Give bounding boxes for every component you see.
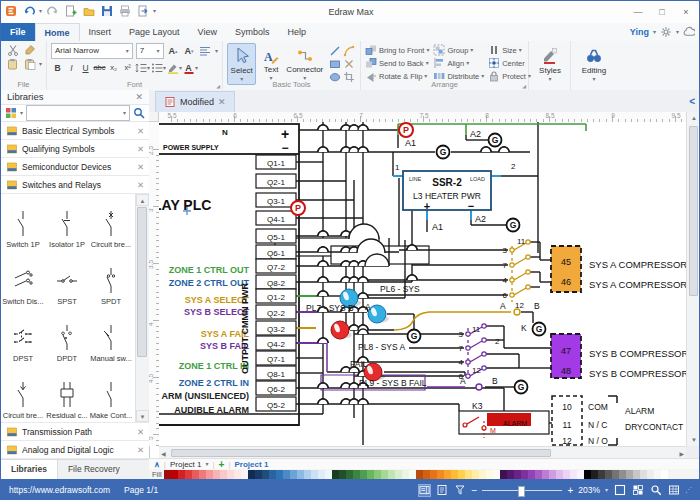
fill-swatch[interactable] [276, 470, 283, 479]
fill-swatch[interactable] [374, 470, 381, 479]
library-close-icon[interactable]: ✕ [137, 162, 144, 172]
zoom-level[interactable]: 203% [578, 485, 600, 495]
fill-swatch[interactable] [346, 470, 353, 479]
library-scrollbar[interactable]: ▲ ▼ [135, 194, 149, 422]
fill-swatch[interactable] [556, 470, 563, 479]
user-menu[interactable]: Ying [630, 27, 649, 37]
font-color-button[interactable]: A▾ [183, 61, 198, 74]
export-button[interactable] [135, 3, 150, 18]
cloud-icon[interactable] [683, 26, 695, 38]
paragraph-align-button[interactable] [199, 44, 212, 58]
fill-swatch[interactable] [290, 470, 297, 479]
fill-swatch[interactable] [528, 470, 535, 479]
fill-swatch[interactable] [325, 470, 332, 479]
fill-swatch[interactable] [241, 470, 248, 479]
save-button[interactable] [99, 3, 114, 18]
library-symbol-residual-c-[interactable]: Residual c... [45, 365, 89, 422]
fill-swatch[interactable] [444, 470, 451, 479]
italic-button[interactable]: I [65, 61, 78, 74]
ribbon-tab-view[interactable]: View [189, 23, 226, 41]
underline-button[interactable]: U [79, 61, 92, 74]
ribbon-tab-help[interactable]: Help [278, 23, 315, 41]
select-tool-button[interactable]: Select▾ [227, 43, 256, 85]
fill-swatch[interactable] [206, 470, 213, 479]
fill-swatch[interactable] [269, 470, 276, 479]
fill-swatch[interactable] [409, 470, 416, 479]
fill-swatch[interactable] [430, 470, 437, 479]
fill-swatch[interactable] [164, 470, 171, 479]
horizontal-scrollbar[interactable]: ◀ ▶ [159, 446, 686, 458]
cut-button[interactable] [5, 43, 20, 57]
connector-tool-button[interactable]: Connector▾ [286, 43, 324, 85]
subscript-button[interactable]: x₂ [107, 61, 120, 74]
fill-swatch[interactable] [633, 470, 640, 479]
edraw-logo[interactable] [3, 3, 18, 18]
fill-swatch[interactable] [283, 470, 290, 479]
zoom-out-button[interactable]: − [472, 485, 478, 496]
fill-swatch[interactable] [570, 470, 577, 479]
fill-swatch[interactable] [255, 470, 262, 479]
fill-swatch[interactable] [304, 470, 311, 479]
library-symbol-circuit-bre-[interactable]: Circuit bre... [89, 194, 133, 251]
fill-swatch[interactable] [584, 470, 591, 479]
zoom-slider[interactable] [482, 490, 562, 491]
grid-view-icon[interactable] [667, 484, 680, 497]
fill-swatch[interactable] [514, 470, 521, 479]
fill-swatch[interactable] [395, 470, 402, 479]
library-symbol-make-cont-[interactable]: Make Cont... [89, 365, 133, 422]
fill-swatch[interactable] [423, 470, 430, 479]
library-close-icon[interactable]: ✕ [137, 144, 144, 154]
fill-swatch[interactable] [416, 470, 423, 479]
paste-button[interactable] [5, 57, 20, 71]
strikethrough-button[interactable]: abc [93, 61, 106, 74]
scroll-up-icon[interactable]: ▲ [136, 194, 149, 206]
fill-swatch[interactable] [535, 470, 542, 479]
library-symbol-spdt[interactable]: SPDT [89, 251, 133, 308]
fill-swatch[interactable] [248, 470, 255, 479]
fill-swatch[interactable] [360, 470, 367, 479]
fill-swatch[interactable] [472, 470, 479, 479]
fill-swatch[interactable] [493, 470, 500, 479]
library-search-input[interactable]: ▾ [26, 105, 130, 121]
fit-page-icon[interactable] [613, 484, 626, 497]
panel-tab-file-recovery[interactable]: File Recovery [58, 460, 130, 479]
text-tool-button[interactable]: A Text▾ [256, 43, 285, 85]
fill-swatch[interactable] [185, 470, 192, 479]
font-size-select[interactable]: 7▾ [136, 43, 164, 59]
line-spacing-button[interactable]: ▾ [135, 61, 150, 74]
fill-swatch[interactable] [381, 470, 388, 479]
arc-shape-button[interactable] [342, 45, 356, 58]
fill-swatch[interactable] [353, 470, 360, 479]
scroll-left-icon[interactable]: ◀ [161, 450, 166, 457]
fill-swatch[interactable] [577, 470, 584, 479]
font-name-select[interactable]: Arial Narrow▾ [51, 43, 133, 59]
library-symbol-switch-dis-[interactable]: Switch Dis... [1, 251, 45, 308]
collapse-right-panel-icon[interactable]: < [689, 96, 695, 107]
print-button[interactable] [117, 3, 132, 18]
fill-swatch[interactable] [647, 470, 654, 479]
fill-swatch[interactable] [297, 470, 304, 479]
superscript-button[interactable]: x² [121, 61, 134, 74]
library-section-qualifying-symbols[interactable]: Qualifying Symbols✕ [1, 140, 149, 158]
fill-swatch[interactable] [318, 470, 325, 479]
library-close-icon[interactable]: ✕ [137, 126, 144, 136]
status-url[interactable]: https://www.edrawsoft.com [9, 485, 110, 495]
search-icon[interactable] [133, 107, 145, 119]
arrange-dialog-launcher-icon[interactable]: ◢ [522, 83, 526, 89]
gear-icon[interactable] [660, 26, 672, 38]
panel-close-icon[interactable]: ✕ [135, 92, 143, 102]
line-shape-button[interactable] [328, 45, 342, 58]
library-close-icon[interactable]: ✕ [137, 427, 144, 437]
vertical-scrollbar[interactable]: ▲ ▼ [686, 112, 700, 446]
scroll-up-icon[interactable]: ▲ [687, 115, 700, 121]
library-symbol-circuit-bre-[interactable]: Circuit bre... [1, 365, 45, 422]
library-section-switches-and-relays[interactable]: Switches and Relays✕ [1, 176, 149, 194]
fill-swatch[interactable] [640, 470, 647, 479]
library-symbol-dpdt[interactable]: DPDT [45, 308, 89, 365]
scroll-right-icon[interactable]: ▶ [679, 450, 684, 457]
library-symbol-isolator-1p[interactable]: Isolator 1P [45, 194, 89, 251]
library-close-icon[interactable]: ✕ [137, 445, 144, 455]
grow-font-button[interactable]: A▴ [167, 45, 180, 58]
fill-swatch[interactable] [507, 470, 514, 479]
fill-swatch[interactable] [654, 470, 661, 479]
